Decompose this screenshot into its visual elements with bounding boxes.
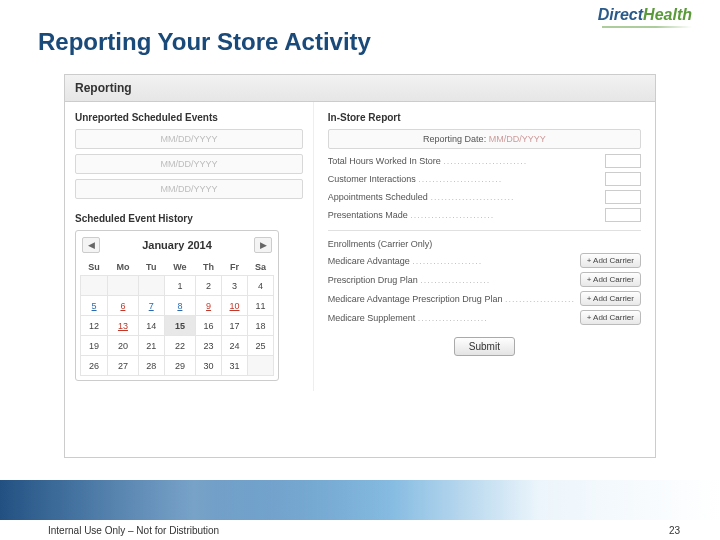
brand-part1: Direct bbox=[598, 6, 643, 23]
report-field-row: Presentations Made .....................… bbox=[328, 208, 641, 222]
calendar-day[interactable]: 28 bbox=[138, 356, 164, 376]
calendar-dow: Fr bbox=[222, 259, 248, 276]
calendar-dow: Th bbox=[196, 259, 222, 276]
calendar-day[interactable]: 13 bbox=[108, 316, 139, 336]
calendar-day[interactable]: 18 bbox=[247, 316, 273, 336]
calendar-day[interactable]: 4 bbox=[247, 276, 273, 296]
calendar-day[interactable]: 1 bbox=[164, 276, 195, 296]
calendar-day[interactable]: 22 bbox=[164, 336, 195, 356]
report-field-input[interactable] bbox=[605, 190, 641, 204]
report-field-row: Total Hours Worked In Store ............… bbox=[328, 154, 641, 168]
calendar-day[interactable]: 5 bbox=[81, 296, 108, 316]
unreported-events-title: Unreported Scheduled Events bbox=[75, 112, 303, 123]
calendar-next-button[interactable]: ▶ bbox=[254, 237, 272, 253]
brand-part2: Health bbox=[643, 6, 692, 23]
divider bbox=[328, 230, 641, 231]
calendar-day[interactable]: 20 bbox=[108, 336, 139, 356]
chevron-right-icon: ▶ bbox=[260, 240, 267, 250]
calendar-dow: Su bbox=[81, 259, 108, 276]
calendar-day[interactable]: 26 bbox=[81, 356, 108, 376]
calendar-day[interactable]: 11 bbox=[247, 296, 273, 316]
calendar-day[interactable]: 24 bbox=[222, 336, 248, 356]
calendar-month-label: January 2014 bbox=[142, 239, 212, 251]
report-field-label: Customer Interactions ..................… bbox=[328, 174, 503, 184]
enrollment-row: Medicare Advantage ....................+… bbox=[328, 253, 641, 268]
instore-report-title: In-Store Report bbox=[328, 112, 641, 123]
brand-logo: DirectHealth bbox=[598, 6, 692, 24]
report-field-input[interactable] bbox=[605, 208, 641, 222]
reporting-date-label: Reporting Date: bbox=[423, 134, 486, 144]
calendar-day[interactable]: 25 bbox=[247, 336, 273, 356]
calendar-day[interactable]: 3 bbox=[222, 276, 248, 296]
footer-text: Internal Use Only – Not for Distribution bbox=[48, 525, 219, 536]
calendar-dow: Sa bbox=[247, 259, 273, 276]
right-column: In-Store Report Reporting Date: MM/DD/YY… bbox=[313, 102, 655, 391]
add-carrier-button[interactable]: + Add Carrier bbox=[580, 310, 641, 325]
enrollment-label: Medicare Supplement .................... bbox=[328, 313, 488, 323]
reporting-date-row: Reporting Date: MM/DD/YYYY bbox=[328, 129, 641, 149]
calendar-day bbox=[108, 276, 139, 296]
enrollment-row: Medicare Advantage Prescription Drug Pla… bbox=[328, 291, 641, 306]
calendar-day[interactable]: 14 bbox=[138, 316, 164, 336]
event-history-title: Scheduled Event History bbox=[75, 213, 303, 224]
enrollment-row: Prescription Drug Plan .................… bbox=[328, 272, 641, 287]
report-field-label: Total Hours Worked In Store ............… bbox=[328, 156, 527, 166]
reporting-app: Reporting Unreported Scheduled Events MM… bbox=[64, 74, 656, 458]
footer-gradient bbox=[0, 480, 720, 522]
reporting-date-value: MM/DD/YYYY bbox=[489, 134, 546, 144]
calendar-day[interactable]: 16 bbox=[196, 316, 222, 336]
enrollment-label: Prescription Drug Plan .................… bbox=[328, 275, 491, 285]
calendar-day[interactable]: 31 bbox=[222, 356, 248, 376]
calendar-day bbox=[81, 276, 108, 296]
add-carrier-button[interactable]: + Add Carrier bbox=[580, 272, 641, 287]
chevron-left-icon: ◀ bbox=[88, 240, 95, 250]
page-title: Reporting Your Store Activity bbox=[38, 28, 371, 56]
report-field-input[interactable] bbox=[605, 154, 641, 168]
calendar-day[interactable]: 2 bbox=[196, 276, 222, 296]
calendar-day[interactable]: 12 bbox=[81, 316, 108, 336]
unreported-date-1[interactable]: MM/DD/YYYY bbox=[75, 129, 303, 149]
calendar-day[interactable]: 6 bbox=[108, 296, 139, 316]
calendar-day[interactable]: 30 bbox=[196, 356, 222, 376]
calendar-day[interactable]: 21 bbox=[138, 336, 164, 356]
submit-button[interactable]: Submit bbox=[454, 337, 515, 356]
calendar: ◀ January 2014 ▶ SuMoTuWeThFrSa 12345678… bbox=[75, 230, 279, 381]
enrollment-label: Medicare Advantage .................... bbox=[328, 256, 483, 266]
enrollments-title: Enrollments (Carrier Only) bbox=[328, 239, 641, 249]
calendar-day[interactable]: 19 bbox=[81, 336, 108, 356]
calendar-day bbox=[247, 356, 273, 376]
calendar-dow: We bbox=[164, 259, 195, 276]
calendar-day[interactable]: 27 bbox=[108, 356, 139, 376]
left-column: Unreported Scheduled Events MM/DD/YYYY M… bbox=[65, 102, 313, 391]
calendar-prev-button[interactable]: ◀ bbox=[82, 237, 100, 253]
calendar-day[interactable]: 29 bbox=[164, 356, 195, 376]
report-field-label: Presentations Made .....................… bbox=[328, 210, 495, 220]
app-header: Reporting bbox=[65, 75, 655, 102]
report-field-label: Appointments Scheduled .................… bbox=[328, 192, 515, 202]
report-field-row: Appointments Scheduled .................… bbox=[328, 190, 641, 204]
calendar-day[interactable]: 8 bbox=[164, 296, 195, 316]
calendar-day[interactable]: 17 bbox=[222, 316, 248, 336]
calendar-day[interactable]: 23 bbox=[196, 336, 222, 356]
calendar-day[interactable]: 15 bbox=[164, 316, 195, 336]
calendar-day bbox=[138, 276, 164, 296]
calendar-dow: Tu bbox=[138, 259, 164, 276]
unreported-date-2[interactable]: MM/DD/YYYY bbox=[75, 154, 303, 174]
calendar-day[interactable]: 10 bbox=[222, 296, 248, 316]
calendar-day[interactable]: 7 bbox=[138, 296, 164, 316]
add-carrier-button[interactable]: + Add Carrier bbox=[580, 253, 641, 268]
report-field-input[interactable] bbox=[605, 172, 641, 186]
page-number: 23 bbox=[669, 525, 680, 536]
calendar-day[interactable]: 9 bbox=[196, 296, 222, 316]
calendar-dow: Mo bbox=[108, 259, 139, 276]
enrollment-row: Medicare Supplement ....................… bbox=[328, 310, 641, 325]
report-field-row: Customer Interactions ..................… bbox=[328, 172, 641, 186]
add-carrier-button[interactable]: + Add Carrier bbox=[580, 291, 641, 306]
brand-underline bbox=[602, 26, 692, 28]
enrollment-label: Medicare Advantage Prescription Drug Pla… bbox=[328, 294, 574, 304]
unreported-date-3[interactable]: MM/DD/YYYY bbox=[75, 179, 303, 199]
